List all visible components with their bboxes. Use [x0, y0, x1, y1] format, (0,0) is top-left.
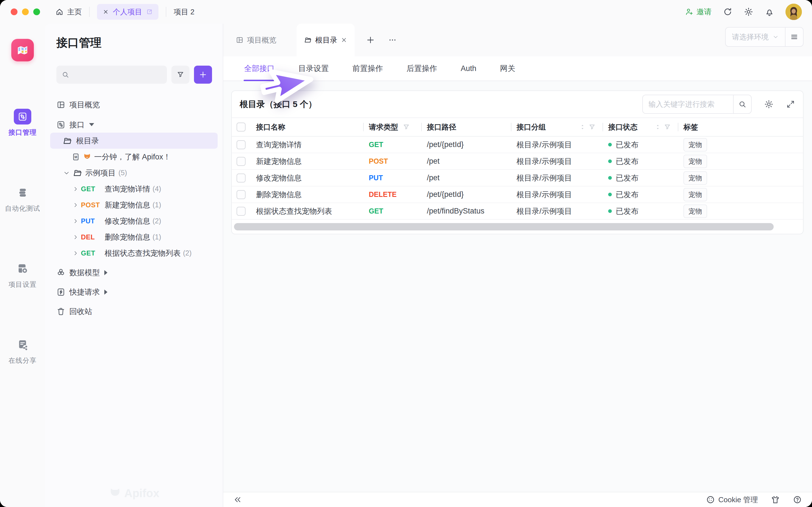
- table-row[interactable]: 根据状态查找宠物列表 GET /pet/findByStatus 根目录/示例项…: [232, 203, 803, 220]
- chevron-right-icon[interactable]: [72, 234, 79, 240]
- workspace-tab[interactable]: 个人项目: [97, 4, 158, 20]
- close-window-button[interactable]: [11, 8, 17, 15]
- funnel-icon[interactable]: [403, 123, 410, 131]
- tree-item-root-folder[interactable]: 根目录: [50, 133, 218, 149]
- table-row[interactable]: 删除宠物信息 DELETE /pet/{petId} 根目录/示例项目 已发布 …: [232, 186, 803, 203]
- rail-item-online-share[interactable]: 在线分享: [8, 337, 37, 365]
- doc-tab-project-overview[interactable]: 项目概览: [236, 35, 276, 45]
- column-header-path[interactable]: 接口路径: [421, 118, 511, 136]
- divider: [166, 7, 166, 17]
- fox-icon: [83, 153, 91, 161]
- tree-label: 快捷请求: [69, 287, 100, 297]
- caret-right-icon[interactable]: [104, 290, 107, 295]
- home-tab[interactable]: 主页: [55, 7, 82, 17]
- api-status: 已发布: [603, 189, 678, 200]
- funnel-icon[interactable]: [589, 123, 596, 131]
- filter-button[interactable]: [171, 66, 190, 83]
- row-checkbox[interactable]: [237, 173, 246, 182]
- tree-section-data-models[interactable]: 数据模型: [45, 265, 223, 281]
- sidebar: 接口管理 项目概览 接口 根目录: [45, 24, 223, 507]
- collapse-sidebar-icon[interactable]: [234, 496, 242, 504]
- table-row[interactable]: 查询宠物详情 GET /pet/{petId} 根目录/示例项目 已发布 宠物: [232, 136, 803, 153]
- chevron-down-icon[interactable]: [63, 170, 70, 176]
- row-checkbox[interactable]: [237, 207, 246, 216]
- more-tabs-icon[interactable]: [388, 36, 397, 45]
- chevron-right-icon[interactable]: [72, 218, 79, 224]
- chevron-right-icon[interactable]: [72, 250, 79, 256]
- environment-select[interactable]: 请选择环境: [726, 32, 785, 42]
- caret-down-icon[interactable]: [89, 123, 94, 126]
- notifications-bell-icon[interactable]: [765, 7, 774, 17]
- caret-right-icon[interactable]: [104, 270, 107, 275]
- cookie-manager-button[interactable]: Cookie 管理: [706, 495, 758, 505]
- user-avatar[interactable]: [785, 4, 802, 20]
- table-search-button[interactable]: [733, 95, 751, 113]
- tree-item-recycle-bin[interactable]: 回收站: [45, 303, 223, 320]
- project-tab[interactable]: 项目 2: [174, 7, 195, 17]
- tree-api-item[interactable]: PUT 修改宠物信息 (2): [45, 213, 223, 229]
- sidebar-search-input[interactable]: [56, 66, 167, 83]
- api-name: 查询宠物详情: [250, 140, 363, 150]
- sync-icon[interactable]: [723, 7, 732, 17]
- apifox-watermark: Apifox: [45, 487, 223, 500]
- zoom-window-button[interactable]: [33, 8, 40, 15]
- tree-api-item[interactable]: GET 查询宠物详情 (4): [45, 181, 223, 197]
- column-header-status[interactable]: 接口状态: [603, 118, 678, 136]
- tree-count: (1): [153, 201, 161, 209]
- expand-icon[interactable]: [786, 100, 795, 109]
- horizontal-scrollbar[interactable]: [234, 223, 801, 230]
- column-header-method[interactable]: 请求类型: [363, 118, 421, 136]
- select-all-checkbox[interactable]: [237, 122, 246, 131]
- row-checkbox[interactable]: [237, 140, 246, 149]
- new-tab-plus-icon[interactable]: [366, 36, 375, 45]
- table-row[interactable]: 新建宠物信息 POST /pet 根目录/示例项目 已发布 宠物: [232, 153, 803, 170]
- funnel-icon[interactable]: [664, 123, 671, 131]
- lightning-icon: [56, 288, 65, 297]
- row-checkbox[interactable]: [237, 190, 246, 199]
- minimize-window-button[interactable]: [22, 8, 29, 15]
- column-header-group[interactable]: 接口分组: [511, 118, 603, 136]
- invite-button[interactable]: 邀请: [685, 7, 712, 17]
- tree-item-example-folder[interactable]: 示例项目 (5): [45, 165, 223, 181]
- add-button[interactable]: [194, 66, 212, 83]
- rail-item-automated-testing[interactable]: 自动化测试: [5, 185, 40, 213]
- doc-tab-root-folder[interactable]: 根目录: [297, 24, 355, 56]
- rail-item-project-settings[interactable]: 项目设置: [8, 261, 37, 289]
- api-method: GET: [363, 207, 421, 215]
- rail-item-api-management[interactable]: 接口管理: [8, 109, 37, 137]
- subtab-gateway[interactable]: 网关: [500, 56, 515, 80]
- apifox-logo[interactable]: [11, 39, 34, 61]
- sort-icon[interactable]: [655, 124, 661, 130]
- chevron-right-icon[interactable]: [72, 186, 79, 192]
- api-tags: 宠物: [678, 171, 803, 185]
- chevron-right-icon[interactable]: [72, 202, 79, 208]
- mouse-cursor: [259, 53, 331, 129]
- tree-section-apis[interactable]: 接口: [45, 117, 223, 133]
- tree-api-item[interactable]: POST 新建宠物信息 (1): [45, 197, 223, 213]
- help-icon[interactable]: [793, 495, 802, 504]
- api-name: 删除宠物信息: [250, 189, 363, 200]
- tree-label: 查询宠物详情: [105, 184, 150, 194]
- scrollbar-thumb[interactable]: [234, 223, 774, 230]
- tree-api-item[interactable]: GET 根据状态查找宠物列表 (2): [45, 245, 223, 261]
- tree-api-item[interactable]: DEL 删除宠物信息 (1): [45, 229, 223, 245]
- sort-icon[interactable]: [579, 124, 586, 130]
- external-link-icon[interactable]: [146, 8, 153, 15]
- row-checkbox[interactable]: [237, 157, 246, 166]
- table-row[interactable]: 修改宠物信息 PUT /pet 根目录/示例项目 已发布 宠物: [232, 170, 803, 186]
- column-header-tag[interactable]: 标签: [678, 118, 803, 136]
- settings-gear-icon[interactable]: [744, 7, 753, 17]
- table-search-input[interactable]: 输入关键字进行搜索: [643, 100, 733, 109]
- subtab-auth[interactable]: Auth: [461, 56, 476, 80]
- environment-menu-button[interactable]: [785, 33, 803, 41]
- tree-label: 删除宠物信息: [105, 232, 150, 242]
- tree-item-project-overview[interactable]: 项目概览: [45, 97, 223, 113]
- tree-item-doc[interactable]: 一分钟，了解 Apifox！: [45, 149, 223, 165]
- subtab-pre-operations[interactable]: 前置操作: [352, 56, 383, 80]
- table-settings-gear-icon[interactable]: [764, 100, 774, 109]
- tree-section-quick-request[interactable]: 快捷请求: [45, 284, 223, 300]
- close-icon[interactable]: [103, 9, 109, 15]
- tshirt-theme-icon[interactable]: [771, 495, 780, 504]
- close-tab-icon[interactable]: [341, 37, 347, 43]
- subtab-post-operations[interactable]: 后置操作: [407, 56, 437, 80]
